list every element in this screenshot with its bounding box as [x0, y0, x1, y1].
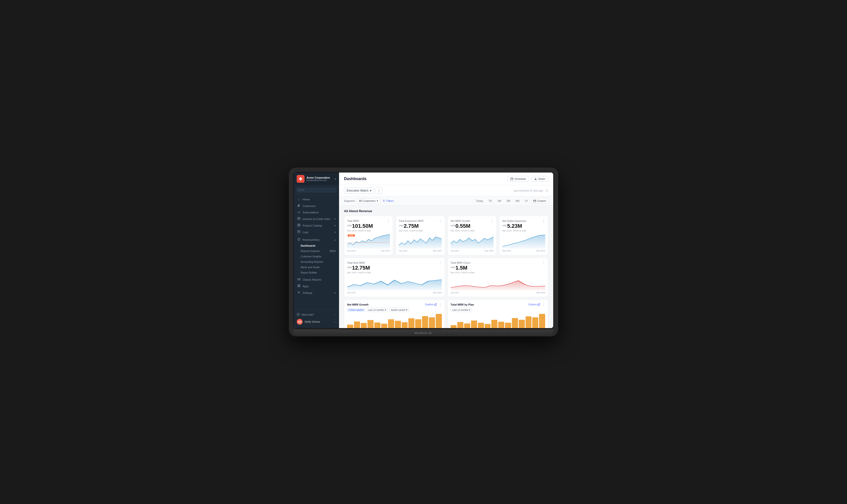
bar-chart-bar — [354, 322, 360, 328]
metric-title: Net MRR Growth — [451, 219, 470, 222]
time-select[interactable]: Last 12 months ▾ — [367, 308, 388, 312]
chart-menu-icon[interactable]: ⋮ — [439, 303, 442, 306]
bar-chart-area — [451, 314, 545, 328]
chart-start-label: Mar 2023 — [502, 250, 511, 252]
company-chevron-icon[interactable]: ▾ — [335, 178, 336, 180]
metric-card-header: Total MRR ⋮ — [347, 219, 390, 223]
chart-menu-icon[interactable]: ⋮ — [542, 303, 545, 306]
currency-label: USD — [451, 266, 455, 269]
sidebar-item-subscriptions[interactable]: ↺ Subscriptions — [294, 209, 339, 216]
company-logo-icon — [297, 175, 304, 183]
metric-card-net-mrr-growth: Net MRR Growth ⋮ USD0.55M Mar 2024, mont… — [447, 216, 497, 255]
chart-area — [502, 234, 545, 249]
sidebar-nav: ⌂ Home Customers ↺ Subscriptions — [294, 195, 339, 310]
chevron-icon: ▾ — [334, 292, 336, 294]
metric-subtitle: Mar 2024, month to date — [451, 271, 545, 274]
metric-menu-icon[interactable]: ⋮ — [439, 219, 442, 223]
chart-controls: Last 12 months ▾ — [451, 308, 545, 312]
metric-title: Total MRR — [347, 219, 359, 222]
sidebar-item-invoices[interactable]: Invoices & Credit notes ▾ — [294, 216, 339, 222]
sidebar-item-classic-reports[interactable]: Classic Reports — [294, 276, 339, 283]
sidebar-item-dashboards[interactable]: Dashboards — [297, 243, 339, 248]
sidebar-item-revenuestory[interactable]: RevenueStory ▴ — [294, 236, 339, 243]
metric-card-total-mrr: Total MRR ⋮ USD101.50M Mar 2024, month t… — [344, 216, 393, 255]
date-btn-3m[interactable]: 3M — [504, 198, 512, 203]
metric-menu-icon[interactable]: ⋮ — [387, 219, 390, 223]
metric-menu-icon[interactable]: ⋮ — [542, 219, 545, 223]
sidebar-item-home[interactable]: ⌂ Home — [294, 196, 339, 202]
sidebar-item-product-catalog[interactable]: Product Catalog ▾ — [294, 222, 339, 229]
sidebar-help[interactable]: ? Need help? ··· — [297, 312, 336, 317]
filters-button[interactable]: Filters — [382, 199, 394, 202]
sidebar-item-reports-explorer[interactable]: Reports Explorer NEW — [297, 248, 339, 254]
schedule-label: Schedule — [515, 177, 526, 180]
chart-title: Total MRR by Plan — [451, 303, 474, 306]
date-btn-1y[interactable]: 1Y — [523, 198, 530, 203]
external-link-icon — [537, 303, 540, 306]
svg-rect-20 — [298, 286, 299, 287]
user-menu-icon[interactable]: ··· — [334, 320, 336, 323]
metric-menu-icon[interactable]: ⋮ — [490, 219, 494, 223]
filter-tag: 2 filters applied — [347, 308, 365, 312]
variant-select[interactable]: Switch variant ▾ — [389, 308, 409, 312]
dashboard-menu-button[interactable]: ⋮ — [375, 187, 382, 194]
bar-chart-bar — [471, 321, 477, 328]
svg-rect-25 — [511, 178, 513, 180]
company-email: johndoe@acme.com — [306, 179, 330, 182]
refresh-info-icon[interactable]: ⓘ — [546, 189, 548, 193]
sidebar-header[interactable]: Acme Corporation johndoe@acme.com ▾ — [294, 173, 339, 185]
segment-chevron-icon: ▾ — [377, 199, 378, 202]
currency-label: USD — [347, 266, 352, 269]
chart-card-actions: Explore ⋮ — [425, 303, 442, 306]
segment-value: All Customers — [359, 199, 375, 202]
chart-end-label: Mar 2024 — [433, 291, 442, 294]
schedule-button[interactable]: Schedule — [507, 176, 529, 182]
bar-chart-bar — [347, 325, 353, 328]
filter-icon — [382, 199, 385, 202]
sidebar-item-apps[interactable]: Apps — [294, 283, 339, 289]
metric-card-net-dollar-expansion: Net Dollar Expansion ⋮ USD5.23M Mar 2024… — [499, 216, 548, 255]
explore-link[interactable]: Explore — [425, 303, 437, 306]
chart-area: GOAL — [347, 234, 390, 249]
metric-subtitle: Mar 2024, month to date — [347, 230, 390, 232]
date-btn-6m[interactable]: 6M — [513, 198, 522, 203]
metric-menu-icon[interactable]: ⋮ — [439, 261, 442, 265]
time-select[interactable]: Last 12 months ▾ — [451, 308, 472, 312]
sidebar-item-customer-insights[interactable]: Customer Insights — [297, 254, 339, 259]
date-btn-custom[interactable]: Custom — [531, 198, 548, 203]
sidebar-item-settings[interactable]: Settings ▾ — [294, 289, 339, 296]
date-btn-1m[interactable]: 1M — [495, 198, 503, 203]
refresh-status: Last refreshed 12 mins ago. — [513, 190, 544, 192]
search-input[interactable] — [296, 187, 337, 193]
segment-select[interactable]: All Customers ▾ — [357, 198, 380, 203]
chart-card-actions: Explore ⋮ — [529, 303, 545, 306]
dashboard-dropdown[interactable]: Executive Watch ▾ — [344, 187, 374, 194]
explore-link[interactable]: Explore — [529, 303, 540, 306]
custom-label: Custom — [537, 199, 546, 202]
metric-title: Total MRR Churn — [451, 261, 471, 264]
sidebar-item-label: Logs — [303, 231, 332, 234]
bar-chart-bar — [526, 316, 532, 328]
help-dots-icon: ··· — [334, 313, 336, 316]
bar-chart-bar — [532, 317, 538, 328]
sidebar-item-alerts-goals[interactable]: Alerts and Goals — [297, 265, 339, 270]
reports-explorer-label: Reports Explorer — [301, 250, 320, 252]
sidebar-item-logs[interactable]: Logs ▾ — [294, 229, 339, 235]
down-button[interactable]: Down — [531, 176, 548, 182]
laptop-screen: Acme Corporation johndoe@acme.com ▾ ⌂ Ho… — [293, 172, 554, 328]
date-btn-today[interactable]: Today — [474, 198, 485, 203]
sidebar-item-label: RevenueStory — [303, 238, 332, 241]
sidebar-user[interactable]: SG Steffy Grimes ··· — [297, 317, 336, 326]
sidebar: Acme Corporation johndoe@acme.com ▾ ⌂ Ho… — [294, 173, 339, 328]
sidebar-item-customers[interactable]: Customers — [294, 202, 339, 209]
bar-chart-bar — [512, 318, 518, 328]
sidebar-item-accounting-reports[interactable]: Accounting Reports — [297, 259, 339, 265]
metric-subtitle: Mar 2024, month to date — [502, 230, 545, 232]
sidebar-item-report-builder[interactable]: Report Builder — [297, 270, 339, 275]
metric-menu-icon[interactable]: ⋮ — [542, 261, 545, 265]
filter-bar: Segment All Customers ▾ Filters Today 7D — [339, 196, 553, 206]
date-btn-7d[interactable]: 7D — [487, 198, 494, 203]
bar-chart-bar — [464, 323, 470, 328]
goal-badge: GOAL — [348, 234, 355, 237]
chart-end-label: Mar 2024 — [536, 250, 545, 252]
